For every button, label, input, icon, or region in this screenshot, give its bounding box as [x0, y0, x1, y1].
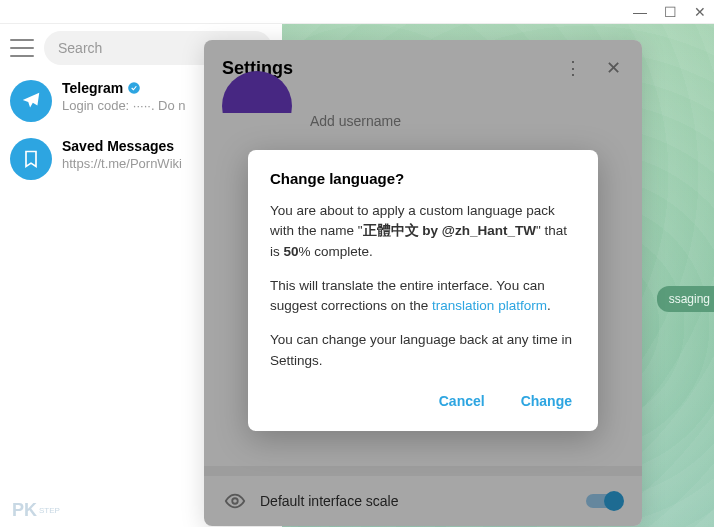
- channel-badge: ssaging: [657, 286, 714, 312]
- change-button[interactable]: Change: [517, 385, 576, 417]
- translation-platform-link[interactable]: translation platform: [432, 298, 547, 313]
- cancel-button[interactable]: Cancel: [435, 385, 489, 417]
- dialog-title: Change language?: [270, 170, 576, 187]
- watermark: PKSTEP: [10, 499, 60, 521]
- close-icon[interactable]: ✕: [694, 6, 706, 18]
- verified-icon: [127, 81, 141, 95]
- maximize-icon[interactable]: ☐: [664, 6, 676, 18]
- dialog-paragraph: You can change your language back at any…: [270, 330, 576, 371]
- dialog-paragraph: This will translate the entire interface…: [270, 276, 576, 317]
- minimize-icon[interactable]: —: [634, 6, 646, 18]
- svg-point-0: [128, 82, 140, 94]
- window-titlebar: — ☐ ✕: [0, 0, 714, 24]
- dialog-buttons: Cancel Change: [270, 385, 576, 417]
- dialog-body: You are about to apply a custom language…: [270, 201, 576, 371]
- saved-messages-avatar: [10, 138, 52, 180]
- search-placeholder: Search: [58, 40, 102, 56]
- change-language-dialog: Change language? You are about to apply …: [248, 150, 598, 431]
- menu-icon[interactable]: [10, 39, 34, 57]
- telegram-avatar: [10, 80, 52, 122]
- dialog-paragraph: You are about to apply a custom language…: [270, 201, 576, 262]
